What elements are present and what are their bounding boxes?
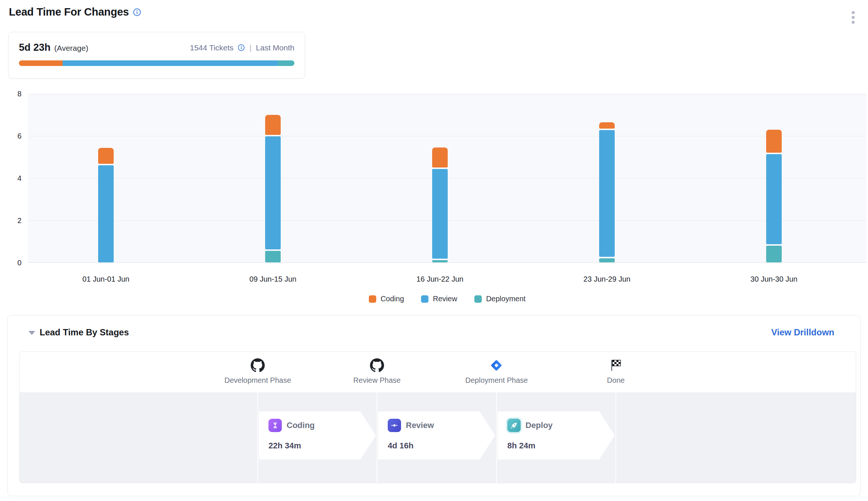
- checkered-flag-icon: [609, 358, 623, 372]
- bar-09-jun-15-jun[interactable]: [265, 115, 281, 262]
- phase-label: Done: [607, 376, 625, 385]
- y-axis-tick-label: 4: [0, 173, 21, 183]
- stage-label: Coding: [287, 421, 315, 430]
- stages-panel-header: Lead Time By Stages View Drilldown: [8, 326, 860, 340]
- column-divider: [615, 393, 616, 483]
- summary-distribution-bar: [19, 60, 294, 66]
- tickets-count: 1544 Tickets: [190, 43, 234, 52]
- x-axis-tick-label: 09 Jun-15 Jun: [250, 275, 297, 283]
- legend-item-coding[interactable]: Coding: [369, 295, 404, 303]
- stage-duration: 8h 24m: [507, 441, 535, 451]
- bar-30-jun-30-jun[interactable]: [766, 130, 782, 262]
- view-drilldown-link[interactable]: View Drilldown: [771, 327, 834, 338]
- phase-marker-review: Review Phase: [353, 358, 401, 385]
- phase-marker-development: Development Phase: [224, 358, 291, 385]
- x-axis-tick-label: 23 Jun-29 Jun: [584, 275, 631, 283]
- column-divider: [257, 393, 258, 483]
- legend-swatch: [474, 295, 482, 303]
- legend-label: Coding: [381, 295, 404, 303]
- bar-segment-review: [265, 136, 281, 249]
- bar-23-jun-29-jun[interactable]: [599, 122, 615, 262]
- column-divider: [377, 393, 377, 483]
- stage-card-review[interactable]: Review 4d 16h: [378, 411, 495, 459]
- x-axis-tick-label: 16 Jun-22 Jun: [417, 275, 464, 283]
- tickets-info-icon[interactable]: [237, 44, 245, 52]
- summary-bar-segment-coding: [19, 60, 63, 66]
- gridline: [28, 136, 867, 136]
- phase-label: Deployment Phase: [465, 376, 528, 385]
- y-axis-tick-label: 6: [0, 131, 21, 141]
- phase-marker-done: Done: [607, 358, 625, 385]
- stages-table-body: Coding 22h 34m Review: [20, 393, 856, 483]
- stage-label: Review: [406, 421, 434, 430]
- legend-label: Review: [433, 295, 457, 303]
- column-divider: [496, 393, 497, 483]
- y-axis-tick-label: 8: [0, 89, 21, 99]
- commit-icon: [388, 419, 401, 432]
- rocket-icon: [507, 419, 521, 432]
- x-axis-tick-label: 01 Jun-01 Jun: [83, 275, 130, 283]
- page-header: Lead Time For Changes: [9, 6, 141, 18]
- legend-swatch: [421, 295, 428, 303]
- summary-bar-segment-deployment: [278, 60, 294, 66]
- bar-segment-coding: [432, 147, 448, 167]
- info-icon[interactable]: [133, 8, 141, 17]
- bar-segment-coding: [98, 148, 114, 164]
- legend-item-deployment[interactable]: Deployment: [474, 295, 526, 303]
- stages-panel-title: Lead Time By Stages: [40, 327, 129, 338]
- stage-card-deploy[interactable]: Deploy 8h 24m: [498, 411, 615, 459]
- legend-item-review[interactable]: Review: [421, 295, 457, 303]
- collapse-caret-icon[interactable]: [29, 331, 35, 335]
- summary-bar-segment-review: [63, 60, 278, 66]
- bar-segment-deployment: [766, 246, 782, 262]
- bar-segment-coding: [766, 130, 782, 153]
- lead-time-by-stages-panel: Lead Time By Stages View Drilldown Devel…: [7, 315, 861, 496]
- stage-duration: 4d 16h: [388, 441, 414, 451]
- y-axis-tick-label: 0: [0, 258, 21, 268]
- average-label: (Average): [54, 44, 89, 53]
- period-label: Last Month: [256, 43, 294, 52]
- average-lead-time-value: 5d 23h: [19, 42, 51, 53]
- legend-label: Deployment: [486, 295, 526, 303]
- stages-table-header: Development Phase Review Phase: [20, 352, 856, 393]
- phase-label: Review Phase: [353, 376, 401, 385]
- bar-segment-review: [599, 130, 615, 257]
- jira-icon: [490, 358, 504, 372]
- bar-segment-deployment: [432, 260, 448, 262]
- phase-label: Development Phase: [224, 376, 291, 385]
- stage-duration: 22h 34m: [268, 441, 301, 451]
- stages-table: Development Phase Review Phase: [19, 351, 856, 483]
- page-title: Lead Time For Changes: [9, 6, 129, 18]
- github-icon: [251, 358, 265, 372]
- bar-01-jun-01-jun[interactable]: [98, 148, 114, 262]
- divider: |: [249, 43, 252, 52]
- y-axis-tick-label: 2: [0, 215, 21, 226]
- bar-segment-review: [766, 154, 782, 244]
- bar-16-jun-22-jun[interactable]: [432, 147, 448, 262]
- bar-segment-deployment: [599, 258, 615, 262]
- stage-label: Deploy: [525, 421, 552, 430]
- legend-swatch: [369, 295, 376, 303]
- bar-segment-coding: [265, 115, 281, 135]
- gridline: [28, 262, 867, 263]
- x-axis-tick-label: 30 Jun-30 Jun: [751, 275, 798, 283]
- lead-time-dashboard: Lead Time For Changes 5d 23h (Average) 1…: [0, 0, 868, 501]
- hourglass-icon: [268, 419, 282, 432]
- bar-segment-review: [432, 169, 448, 259]
- gridline: [28, 94, 867, 94]
- github-icon: [370, 358, 384, 372]
- summary-card: 5d 23h (Average) 1544 Tickets | Last Mon…: [8, 32, 305, 79]
- bar-segment-deployment: [265, 251, 281, 262]
- stage-card-coding[interactable]: Coding 22h 34m: [259, 411, 376, 459]
- kebab-menu-icon[interactable]: [850, 10, 856, 25]
- chart-legend: CodingReviewDeployment: [28, 295, 867, 303]
- bar-segment-coding: [599, 122, 615, 129]
- phase-marker-deployment: Deployment Phase: [465, 358, 528, 385]
- bar-segment-review: [98, 165, 114, 262]
- chart-plot: [28, 94, 867, 263]
